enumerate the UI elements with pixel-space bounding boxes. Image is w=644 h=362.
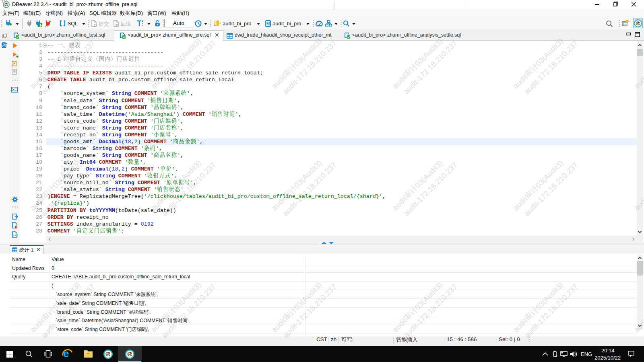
svg-text:(x): (x) bbox=[13, 234, 18, 237]
